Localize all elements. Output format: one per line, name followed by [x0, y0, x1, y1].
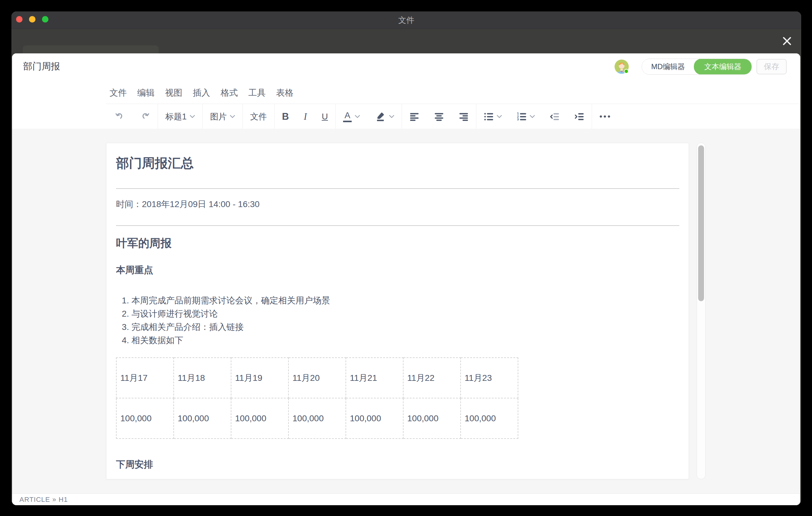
- zoom-window-button[interactable]: [42, 16, 49, 23]
- image-label: 图片: [210, 111, 227, 122]
- table-cell: 11月18: [174, 358, 231, 398]
- table-cell: 11月21: [346, 358, 403, 398]
- chevron-down-icon: [355, 115, 360, 118]
- image-dropdown[interactable]: 图片: [203, 104, 242, 129]
- chevron-down-icon: [389, 115, 394, 118]
- numbered-list-dropdown[interactable]: 123: [509, 104, 542, 129]
- screen: 文件 部门周报: [0, 0, 812, 516]
- underline-button[interactable]: U: [314, 104, 335, 129]
- more-icon: •••: [600, 112, 611, 121]
- menu-format[interactable]: 格式: [221, 87, 238, 99]
- chevron-down-icon: [497, 115, 502, 118]
- redo-icon: [140, 111, 150, 122]
- data-table: 11月17 11月18 11月19 11月20 11月21 11月22 11月2…: [116, 357, 518, 439]
- more-tools-button[interactable]: •••: [592, 104, 619, 129]
- element-path-breadcrumb: ARTICLE » H1: [20, 496, 68, 504]
- align-left-icon: [409, 112, 419, 121]
- menu-bar: 文件 编辑 视图 插入 格式 工具 表格: [110, 85, 293, 101]
- table-cell: 100,000: [231, 398, 288, 438]
- align-center-icon: [434, 112, 444, 121]
- indent-button[interactable]: [567, 104, 592, 129]
- menu-view[interactable]: 视图: [165, 87, 182, 99]
- list-item: 本周完成产品前期需求讨论会议，确定相关用户场景: [132, 294, 679, 307]
- list-item: 相关数据如下: [132, 334, 679, 347]
- list-item: 完成相关产品介绍：插入链接: [132, 320, 679, 334]
- table-cell: 11月22: [403, 358, 461, 398]
- mac-window: 文件 部门周报: [11, 11, 801, 505]
- italic-button[interactable]: I: [296, 104, 314, 129]
- chevron-down-icon: [230, 115, 235, 118]
- font-color-icon: A: [343, 111, 352, 122]
- header-actions: MD编辑器 文本编辑器 保存: [614, 53, 787, 80]
- table-cell: 100,000: [461, 398, 518, 438]
- table-cell: 100,000: [346, 398, 403, 438]
- close-window-button[interactable]: [16, 16, 23, 23]
- redo-button[interactable]: [132, 104, 158, 129]
- doc-heading-3: 下周安排: [116, 458, 679, 471]
- save-button[interactable]: 保存: [756, 59, 787, 75]
- table-cell: 11月19: [231, 358, 288, 398]
- table-row: 100,000 100,000 100,000 100,000 100,000 …: [116, 398, 518, 438]
- align-right-button[interactable]: [451, 104, 476, 129]
- traffic-lights: [16, 16, 49, 23]
- bullet-list-dropdown[interactable]: [476, 104, 509, 129]
- scrollbar-thumb[interactable]: [698, 145, 704, 301]
- highlighter-icon: [375, 111, 386, 122]
- heading-style-label: 标题1: [165, 111, 187, 122]
- window-titlebar: 文件: [11, 11, 801, 29]
- menu-insert[interactable]: 插入: [193, 87, 210, 99]
- doc-ordered-list: 本周完成产品前期需求讨论会议，确定相关用户场景 与设计师进行视觉讨论 完成相关产…: [116, 294, 679, 347]
- outdent-icon: [550, 112, 560, 121]
- svg-text:3: 3: [517, 118, 519, 121]
- outdent-button[interactable]: [542, 104, 567, 129]
- document-backdrop: 部门周报汇总 时间：2018年12月09日 14:00 - 16:30 叶军的周…: [12, 129, 800, 494]
- panel-header: 部门周报: [12, 53, 800, 80]
- table-cell: 100,000: [174, 398, 231, 438]
- horizontal-rule: [116, 188, 679, 189]
- heading-style-dropdown[interactable]: 标题1: [158, 104, 202, 129]
- document-page[interactable]: 部门周报汇总 时间：2018年12月09日 14:00 - 16:30 叶军的周…: [106, 143, 689, 479]
- menu-file[interactable]: 文件: [110, 87, 127, 99]
- font-color-dropdown[interactable]: A: [336, 104, 368, 129]
- text-editor-tab[interactable]: 文本编辑器: [694, 59, 752, 75]
- editor-mode-toggle: MD编辑器 文本编辑器: [642, 59, 752, 75]
- align-center-button[interactable]: [427, 104, 451, 129]
- numbered-list-icon: 123: [517, 112, 527, 121]
- table-cell: 100,000: [403, 398, 461, 438]
- align-left-button[interactable]: [402, 104, 427, 129]
- undo-button[interactable]: [106, 104, 132, 129]
- user-avatar[interactable]: [614, 60, 629, 74]
- file-label: 文件: [250, 111, 267, 122]
- window-title: 文件: [398, 15, 414, 26]
- table-cell: 100,000: [288, 398, 346, 438]
- menu-table[interactable]: 表格: [276, 87, 293, 99]
- horizontal-rule: [116, 225, 679, 226]
- table-cell: 11月23: [461, 358, 518, 398]
- highlight-color-dropdown[interactable]: [368, 104, 402, 129]
- chevron-down-icon: [190, 115, 195, 118]
- md-editor-tab[interactable]: MD编辑器: [642, 59, 694, 75]
- table-cell: 11月17: [116, 358, 174, 398]
- editor-toolbar: 标题1 图片 文件 B I: [106, 104, 800, 129]
- menu-tools[interactable]: 工具: [248, 87, 266, 99]
- doc-heading-1: 部门周报汇总: [116, 154, 679, 172]
- doc-time-line: 时间：2018年12月09日 14:00 - 16:30: [116, 198, 679, 210]
- table-cell: 11月20: [288, 358, 346, 398]
- doc-heading-2: 叶军的周报: [116, 235, 679, 251]
- undo-icon: [114, 111, 125, 122]
- svg-text:1: 1: [517, 112, 519, 115]
- indent-icon: [575, 112, 584, 121]
- bold-button[interactable]: B: [274, 104, 296, 129]
- close-icon[interactable]: [781, 35, 792, 47]
- list-item: 与设计师进行视觉讨论: [132, 307, 679, 320]
- editor-panel: 部门周报: [12, 53, 800, 505]
- menu-edit[interactable]: 编辑: [137, 87, 154, 99]
- minimize-window-button[interactable]: [29, 16, 35, 23]
- bullet-list-icon: [484, 112, 494, 121]
- table-row: 11月17 11月18 11月19 11月20 11月21 11月22 11月2…: [116, 358, 518, 398]
- svg-text:2: 2: [517, 115, 519, 118]
- vertical-scrollbar[interactable]: [697, 143, 705, 479]
- file-attach-button[interactable]: 文件: [243, 104, 274, 129]
- align-right-icon: [459, 112, 469, 121]
- status-bar: ARTICLE » H1: [12, 493, 800, 505]
